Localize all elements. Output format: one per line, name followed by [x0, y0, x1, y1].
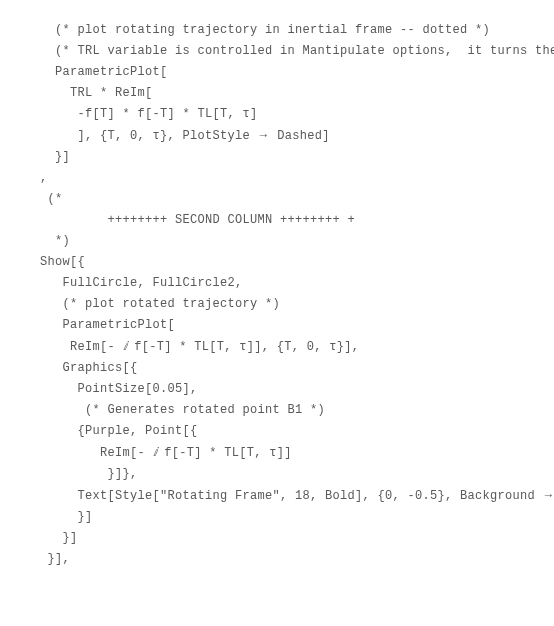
code-line: (* plot rotating trajectory in inertial … — [40, 20, 544, 41]
code-line: ++++++++ SECOND COLUMN ++++++++ + — [40, 210, 544, 231]
code-line: PointSize[0.05], — [40, 379, 544, 400]
code-line: ], {T, 0, τ}, PlotStyle → Dashed] — [40, 125, 544, 147]
code-line: ParametricPlot[ — [40, 62, 544, 83]
code-line: (* TRL variable is controlled in Mantipu… — [40, 41, 544, 62]
code-line: ReIm[- ⅈ f[-T] * TL[T, τ]], {T, 0, τ}], — [40, 336, 544, 358]
code-block: (* plot rotating trajectory in inertial … — [40, 20, 544, 570]
arrow-icon: → — [543, 488, 554, 502]
code-line: FullCircle, FullCircle2, — [40, 273, 544, 294]
code-line: (* plot rotated trajectory *) — [40, 294, 544, 315]
code-line: {Purple, Point[{ — [40, 421, 544, 442]
arrow-icon: → — [258, 128, 270, 142]
code-line: (* Generates rotated point B1 *) — [40, 400, 544, 421]
code-line: , — [40, 168, 544, 189]
code-line: }], — [40, 549, 544, 570]
code-line: }] — [40, 507, 544, 528]
code-line: TRL * ReIm[ — [40, 83, 544, 104]
code-line: (* — [40, 189, 544, 210]
code-line: Text[Style["Rotating Frame", 18, Bold], … — [40, 485, 544, 507]
code-line: Graphics[{ — [40, 358, 544, 379]
code-line: *) — [40, 231, 544, 252]
code-line: -f[T] * f[-T] * TL[T, τ] — [40, 104, 544, 125]
code-line: Show[{ — [40, 252, 544, 273]
code-line: }] — [40, 528, 544, 549]
code-line: }]}, — [40, 464, 544, 485]
code-line: }] — [40, 147, 544, 168]
code-line: ReIm[- ⅈ f[-T] * TL[T, τ]] — [40, 442, 544, 464]
code-line: ParametricPlot[ — [40, 315, 544, 336]
